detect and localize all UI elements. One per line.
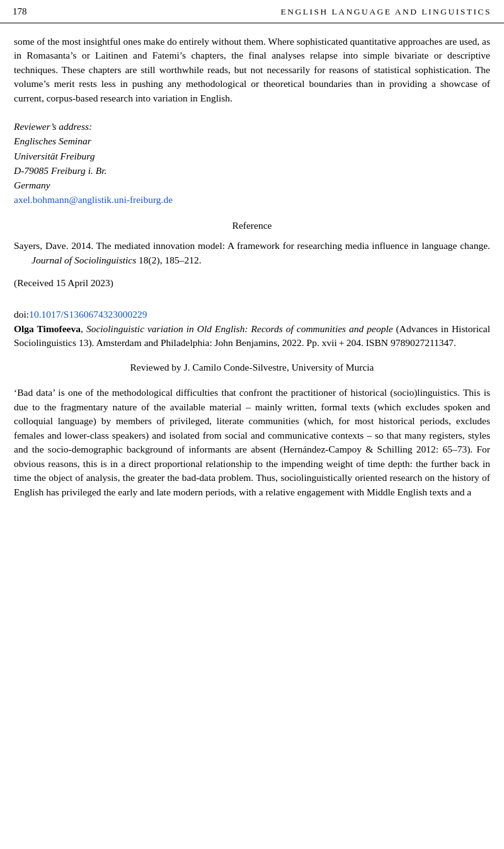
reference-section: Reference Sayers, Dave. 2014. The mediat…	[14, 219, 490, 267]
reviewer-address-line3: D-79085 Freiburg i. Br.	[14, 163, 490, 178]
book-author: Olga Timofeeva	[14, 323, 81, 334]
reviewer-email[interactable]: axel.bohmann@anglistik.uni-freiburg.de	[14, 192, 490, 207]
reviewer-address-line2: Universität Freiburg	[14, 149, 490, 163]
page: 178 ENGLISH LANGUAGE AND LINGUISTICS som…	[0, 0, 504, 849]
doi-link[interactable]: 10.1017/S1360674323000229	[29, 309, 147, 320]
intro-paragraph: some of the most insightful ones make do…	[14, 35, 490, 105]
reviewer-email-link[interactable]: axel.bohmann@anglistik.uni-freiburg.de	[14, 194, 173, 205]
reviewer-address-block: Reviewer’s address: Englisches Seminar U…	[14, 119, 490, 207]
doi-section: doi:10.1017/S1360674323000229 Olga Timof…	[14, 308, 490, 350]
page-number: 178	[13, 5, 27, 19]
received-date: (Received 15 April 2023)	[14, 276, 490, 290]
reviewer-address-label: Reviewer’s address:	[14, 119, 490, 134]
reference-title: Reference	[14, 219, 490, 233]
main-paragraph: ‘Bad data’ is one of the methodological …	[14, 386, 490, 499]
page-header: 178 ENGLISH LANGUAGE AND LINGUISTICS	[0, 0, 504, 23]
reference-journal: Journal of Sociolinguistics	[32, 255, 136, 265]
book-title-line: Olga Timofeeva, Sociolinguistic variatio…	[14, 322, 490, 350]
reviewer-address-line4: Germany	[14, 178, 490, 192]
doi-line: doi:10.1017/S1360674323000229	[14, 308, 490, 321]
page-content: some of the most insightful ones make do…	[0, 35, 504, 499]
reference-text: Sayers, Dave. 2014. The mediated innovat…	[14, 240, 490, 251]
reviewer-address-line1: Englisches Seminar	[14, 134, 490, 148]
book-title: Sociolinguistic variation in Old English…	[86, 323, 393, 334]
reference-journal-detail: 18(2), 185–212.	[139, 255, 201, 265]
reference-entry: Sayers, Dave. 2014. The mediated innovat…	[14, 239, 490, 267]
reviewed-by: Reviewed by J. Camilo Conde-Silvestre, U…	[14, 361, 490, 374]
journal-title: ENGLISH LANGUAGE AND LINGUISTICS	[280, 6, 491, 18]
